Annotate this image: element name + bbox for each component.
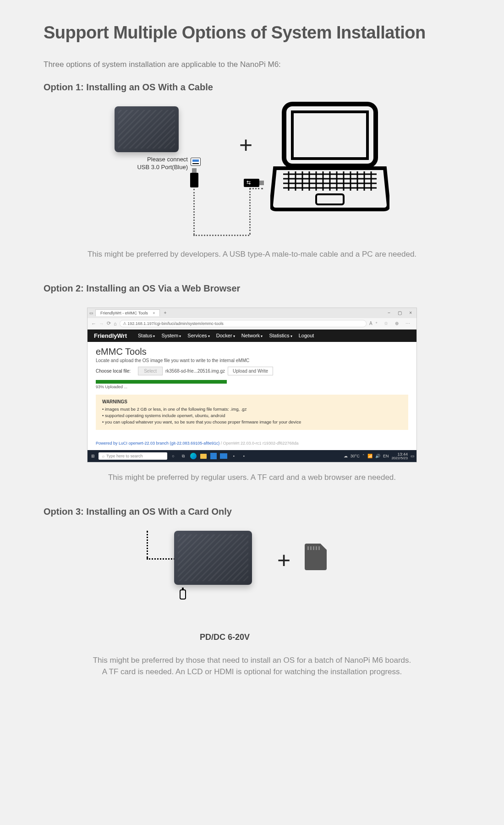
filename-text: rk3568-sd-frie...20516.img.gz — [165, 368, 225, 374]
taskbar-search[interactable]: ⌕ Type here to search — [99, 452, 167, 460]
usbc-plug-icon — [180, 589, 186, 600]
nav-docker[interactable]: Docker — [216, 333, 235, 338]
brand[interactable]: FriendlyWrt — [94, 332, 127, 339]
option1-caption: This might be preferred by developers. A… — [44, 248, 460, 260]
cortana-icon[interactable]: ○ — [169, 452, 177, 460]
warning-item: images must be 2 GB or less, in one of t… — [102, 406, 402, 412]
tray-chevron-icon[interactable]: ˄ — [362, 454, 365, 458]
window-max-icon[interactable]: ▢ — [395, 310, 405, 315]
warning-item: you can upload whatever you want, so be … — [102, 419, 402, 425]
windows-taskbar: ⊞ ⌕ Type here to search ○ ⧉ ▪ ▪ ☁ 30°C ˄… — [88, 450, 416, 462]
lang-indicator[interactable]: EN — [383, 454, 389, 458]
sd-card-icon — [305, 544, 327, 570]
usb-plug-b-icon: ⇆ — [244, 179, 259, 187]
page-title: Support Multiple Options of System Insta… — [44, 23, 460, 43]
mail-icon[interactable] — [219, 452, 228, 460]
option3-caption: This might be preferred by those that ne… — [44, 654, 460, 678]
nav-services[interactable]: Services — [187, 333, 209, 338]
network-icon[interactable]: 📶 — [367, 454, 373, 458]
browser-tab[interactable]: FriendlyWrt - eMMC Tools × — [95, 309, 160, 316]
tab-icon: ▭ — [89, 311, 93, 315]
close-icon[interactable]: × — [153, 311, 155, 315]
emmc-panel: eMMC Tools Locate and upload the OS imag… — [88, 342, 416, 437]
footer: Powered by LuCI openwrt-22.03 branch (gi… — [88, 436, 416, 450]
svg-rect-0 — [284, 104, 376, 166]
taskview-icon[interactable]: ⧉ — [179, 452, 187, 460]
nav-system[interactable]: System — [161, 333, 181, 338]
nav-logout[interactable]: Logout — [299, 333, 314, 338]
nav-statistics[interactable]: Statistics — [269, 333, 292, 338]
app-icon[interactable]: ▪ — [230, 452, 238, 460]
footer-grey: / OpenWrt 22.03.0-rc1 r19302-df622768da — [219, 441, 298, 446]
panel-title: eMMC Tools — [96, 346, 408, 357]
back-icon[interactable]: ← — [91, 321, 96, 326]
browser-action-icons[interactable]: A⁺ ☆ ⊕ ⋯ — [369, 321, 413, 326]
new-tab-icon[interactable]: + — [162, 310, 168, 315]
warnings-title: WARNINGS — [102, 399, 402, 404]
explorer-icon[interactable] — [199, 452, 208, 460]
sound-icon[interactable]: 🔊 — [375, 454, 380, 458]
search-icon: ⌕ — [102, 454, 104, 458]
option3-heading: Option 3: Installing an OS With a Card O… — [44, 506, 460, 517]
pd-voltage-label: PD/DC 6-20V — [200, 632, 250, 642]
date: 2022/5/23 — [391, 456, 408, 460]
refresh-icon[interactable]: ⟳ — [107, 320, 111, 326]
warning-item: supported operating systems include open… — [102, 412, 402, 419]
footer-link[interactable]: Powered by LuCI openwrt-22.03 branch (gi… — [96, 441, 219, 446]
edge-icon[interactable] — [189, 452, 197, 460]
svg-rect-2 — [316, 194, 344, 204]
laptop-icon — [270, 102, 389, 214]
option2-illustration: ▭ FriendlyWrt - eMMC Tools × + − ▢ × ← →… — [44, 308, 460, 463]
intro-text: Three options of system installation are… — [44, 60, 460, 69]
browser-tab-strip: ▭ FriendlyWrt - eMMC Tools × + − ▢ × — [88, 308, 416, 318]
cable-segment — [249, 188, 263, 189]
app-navbar: FriendlyWrt Status System Services Docke… — [88, 330, 416, 342]
store-icon[interactable] — [209, 452, 218, 460]
connect-line1: Please connect — [147, 156, 188, 163]
app-icon[interactable]: ▪ — [240, 452, 248, 460]
clock[interactable]: 13:44 2022/5/23 — [391, 452, 408, 460]
browser-window: ▭ FriendlyWrt - eMMC Tools × + − ▢ × ← →… — [87, 308, 417, 463]
progress-fill — [96, 380, 227, 384]
insecure-icon: ⚠ — [123, 321, 126, 326]
nanopi-device-icon — [115, 106, 179, 152]
usb-plug-a-icon — [190, 173, 198, 187]
url-text: 192.168.1.197/cgi-bin/luci/admin/system/… — [127, 321, 224, 326]
cable-segment — [193, 235, 249, 236]
weather-text: 30°C — [351, 454, 360, 458]
nav-network[interactable]: Network — [241, 333, 263, 338]
panel-subtitle: Locate and upload the OS image file you … — [96, 358, 408, 363]
start-icon[interactable]: ⊞ — [89, 454, 97, 458]
tab-title: FriendlyWrt - eMMC Tools — [100, 311, 148, 315]
option2-heading: Option 2: Installing an OS Via a Web Bro… — [44, 283, 460, 294]
url-field[interactable]: ⚠ 192.168.1.197/cgi-bin/luci/admin/syste… — [120, 320, 367, 327]
forward-icon[interactable]: → — [99, 321, 104, 326]
connect-line2: USB 3.0 Port(Blue) — [137, 164, 188, 170]
home-icon[interactable]: ⌂ — [114, 321, 117, 326]
option2-caption: This might be preferred by regular users… — [44, 472, 460, 484]
progress-text: 93% Uploaded ... — [96, 385, 408, 389]
choose-file-label: Choose local file: — [96, 368, 131, 374]
select-button[interactable]: Select — [138, 367, 163, 375]
svg-rect-1 — [292, 112, 367, 159]
search-placeholder: Type here to search — [106, 454, 143, 458]
nanopi-device-icon — [174, 531, 252, 585]
plus-icon: + — [277, 547, 290, 573]
cable-segment — [193, 189, 195, 235]
option3-illustration: + PD/DC 6-20V — [44, 531, 460, 645]
nav-status[interactable]: Status — [138, 333, 155, 338]
cable-segment — [249, 188, 251, 235]
window-min-icon[interactable]: − — [385, 310, 393, 315]
option1-illustration: Please connect USB 3.0 Port(Blue) ⇆ + — [44, 106, 460, 239]
plus-icon: + — [239, 132, 252, 158]
browser-url-bar: ← → ⟳ ⌂ ⚠ 192.168.1.197/cgi-bin/luci/adm… — [88, 318, 416, 330]
upload-write-button[interactable]: Upload and Write — [228, 367, 273, 375]
usb-port-icon — [191, 158, 201, 166]
connect-label: Please connect USB 3.0 Port(Blue) — [115, 156, 188, 171]
window-close-icon[interactable]: × — [406, 310, 415, 315]
weather-icon[interactable]: ☁ — [344, 454, 348, 458]
option1-heading: Option 1: Installing an OS With a Cable — [44, 82, 460, 93]
progress-bar — [96, 380, 408, 384]
notifications-icon[interactable]: ▭ — [411, 454, 415, 458]
warnings-box: WARNINGS images must be 2 GB or less, in… — [96, 395, 408, 430]
